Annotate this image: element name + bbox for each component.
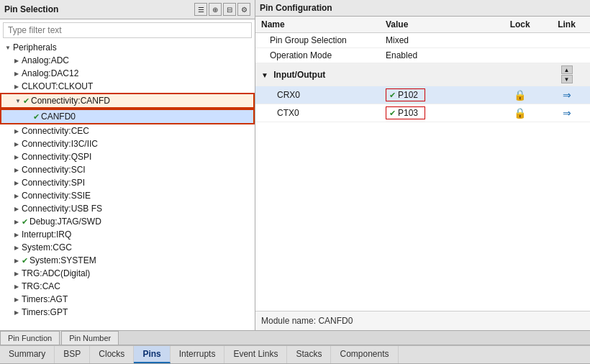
row-link: ▲ ▼ xyxy=(543,63,590,86)
arrow-icon: ▶ xyxy=(12,281,22,291)
value-highlight[interactable]: ✔ P103 xyxy=(386,106,425,119)
tree-item-peripherals[interactable]: ▼ Peripherals xyxy=(0,41,255,54)
scroll-up-button[interactable]: ▲ xyxy=(561,65,573,74)
row-lock xyxy=(496,63,543,86)
row-value[interactable]: ✔ P102 xyxy=(380,86,496,104)
tree-item-system-system[interactable]: ▶ ✔ System:SYSTEM xyxy=(0,254,255,267)
remove-button[interactable]: ⊟ xyxy=(223,3,236,16)
pin-value: P103 xyxy=(398,108,418,118)
left-panel-toolbar: ☰ ⊕ ⊟ ⚙ xyxy=(194,3,250,16)
arrow-link-icon: ⇒ xyxy=(563,89,571,101)
row-value: Mixed xyxy=(380,33,496,48)
filter-input[interactable] xyxy=(3,22,252,38)
arrow-icon: ▶ xyxy=(12,81,22,91)
arrow-icon: ▼ xyxy=(13,96,23,106)
tree-item-trg-adc[interactable]: ▶ TRG:ADC(Digital) xyxy=(0,267,255,280)
tree-item-connectivity-canfd[interactable]: ▼ ✔ Connectivity:CANFD xyxy=(0,93,255,109)
tree-item-system-cgc[interactable]: ▶ System:CGC xyxy=(0,241,255,254)
tree-item-connectivity-sci[interactable]: ▶ Connectivity:SCI xyxy=(0,163,255,176)
add-button[interactable]: ⊕ xyxy=(209,3,222,16)
check-icon: ✔ xyxy=(389,109,396,118)
check-icon: ✔ xyxy=(389,91,396,100)
check-icon: ✔ xyxy=(22,217,28,227)
tree-label: CLKOUT:CLKOUT xyxy=(22,81,93,91)
table-row: CTX0 ✔ P103 🔒 ⇒ xyxy=(255,104,590,122)
arrow-icon: ▶ xyxy=(12,152,22,162)
tree-label: Analog:ADC xyxy=(22,55,69,65)
value-highlight[interactable]: ✔ P102 xyxy=(386,88,425,101)
row-lock xyxy=(496,33,543,48)
table-row: Operation Mode Enabled xyxy=(255,48,590,63)
tree-label: System:SYSTEM xyxy=(30,255,96,265)
tree-label: Debug:JTAG/SWD xyxy=(30,217,101,227)
tab-pin-number[interactable]: Pin Number xyxy=(61,331,119,345)
pin-selection-panel: Pin Selection ☰ ⊕ ⊟ ⚙ ▼ Peripherals ▶ An… xyxy=(0,0,255,330)
col-value: Value xyxy=(380,17,496,33)
tree-item-connectivity-qspi[interactable]: ▶ Connectivity:QSPI xyxy=(0,150,255,163)
arrow-icon: ▶ xyxy=(12,191,22,201)
link-cell[interactable]: ⇒ xyxy=(543,104,590,122)
arrow-icon: ▶ xyxy=(12,165,22,175)
tree-item-interrupt-irq[interactable]: ▶ Interrupt:IRQ xyxy=(0,228,255,241)
expand-arrow-icon: ▼ xyxy=(261,71,268,79)
tab-pin-function[interactable]: Pin Function xyxy=(0,331,60,345)
lock-cell[interactable]: 🔒 xyxy=(496,104,543,122)
tree-label: Timers:AGT xyxy=(22,294,68,304)
nav-tab-stacks[interactable]: Stacks xyxy=(287,346,331,363)
arrow-icon: ▶ xyxy=(12,217,22,227)
tree-label: Analog:DAC12 xyxy=(22,68,78,78)
tree-label: Connectivity:CEC xyxy=(22,126,89,136)
check-icon: ✔ xyxy=(22,256,28,265)
tree-label: Connectivity:I3C/IIC xyxy=(22,139,98,149)
nav-tab-summary[interactable]: Summary xyxy=(0,346,55,363)
check-icon: ✔ xyxy=(23,96,30,106)
table-row: Pin Group Selection Mixed xyxy=(255,33,590,48)
tree-item-debug-jtag[interactable]: ▶ ✔ Debug:JTAG/SWD xyxy=(0,215,255,228)
tree-item-canfd0[interactable]: ✔ CANFD0 xyxy=(0,109,255,124)
module-name-label: Module name: CANFD0 xyxy=(261,316,353,326)
nav-tab-interrupts[interactable]: Interrupts xyxy=(171,346,225,363)
row-name: Operation Mode xyxy=(255,48,380,63)
left-panel-header: Pin Selection ☰ ⊕ ⊟ ⚙ xyxy=(0,0,255,19)
row-name: CRX0 xyxy=(255,86,380,104)
scroll-down-button[interactable]: ▼ xyxy=(561,75,573,83)
lock-icon: 🔒 xyxy=(514,107,526,119)
lock-icon: 🔒 xyxy=(514,89,526,101)
tree-item-timers-gpt[interactable]: ▶ Timers:GPT xyxy=(0,306,255,319)
row-link xyxy=(543,48,590,63)
arrow-icon: ▶ xyxy=(12,204,22,214)
nav-tab-event-links[interactable]: Event Links xyxy=(224,346,287,363)
tree-item-clkout[interactable]: ▶ CLKOUT:CLKOUT xyxy=(0,80,255,93)
right-panel-title: Pin Configuration xyxy=(260,3,332,13)
module-name-bar: Module name: CANFD0 xyxy=(255,311,590,330)
tree-label: TRG:CAC xyxy=(22,281,60,291)
nav-tab-clocks[interactable]: Clocks xyxy=(90,346,134,363)
list-view-button[interactable]: ☰ xyxy=(194,3,207,16)
link-cell[interactable]: ⇒ xyxy=(543,86,590,104)
nav-tab-pins[interactable]: Pins xyxy=(134,346,170,363)
nav-tab-components[interactable]: Components xyxy=(331,346,398,363)
arrow-icon: ▶ xyxy=(12,229,22,240)
right-panel-header: Pin Configuration xyxy=(255,0,590,17)
tree-item-analog-adc[interactable]: ▶ Analog:ADC xyxy=(0,54,255,67)
nav-tab-bsp[interactable]: BSP xyxy=(55,346,90,363)
tree-item-connectivity-cec[interactable]: ▶ Connectivity:CEC xyxy=(0,124,255,137)
tree-item-connectivity-usb-fs[interactable]: ▶ Connectivity:USB FS xyxy=(0,202,255,215)
settings-button[interactable]: ⚙ xyxy=(237,3,250,16)
tree-item-connectivity-spi[interactable]: ▶ Connectivity:SPI xyxy=(0,176,255,189)
arrow-icon: ▶ xyxy=(12,68,22,78)
tree-item-analog-dac12[interactable]: ▶ Analog:DAC12 xyxy=(0,67,255,80)
pin-configuration-panel: Pin Configuration Name Value Lock Link P… xyxy=(255,0,590,330)
group-name: ▼ Input/Output xyxy=(255,63,496,86)
tree-label: Peripherals xyxy=(13,42,57,53)
tree-container: ▼ Peripherals ▶ Analog:ADC ▶ Analog:DAC1… xyxy=(0,41,255,330)
arrow-icon: ▶ xyxy=(12,55,22,65)
lock-cell[interactable]: 🔒 xyxy=(496,86,543,104)
tree-item-timers-agt[interactable]: ▶ Timers:AGT xyxy=(0,293,255,306)
row-value[interactable]: ✔ P103 xyxy=(380,104,496,122)
tree-item-connectivity-i3c[interactable]: ▶ Connectivity:I3C/IIC xyxy=(0,137,255,150)
arrow-link-icon: ⇒ xyxy=(563,107,571,119)
tree-label: Connectivity:SSIE xyxy=(22,191,91,201)
tree-item-trg-cac[interactable]: ▶ TRG:CAC xyxy=(0,280,255,293)
tree-item-connectivity-ssie[interactable]: ▶ Connectivity:SSIE xyxy=(0,189,255,202)
